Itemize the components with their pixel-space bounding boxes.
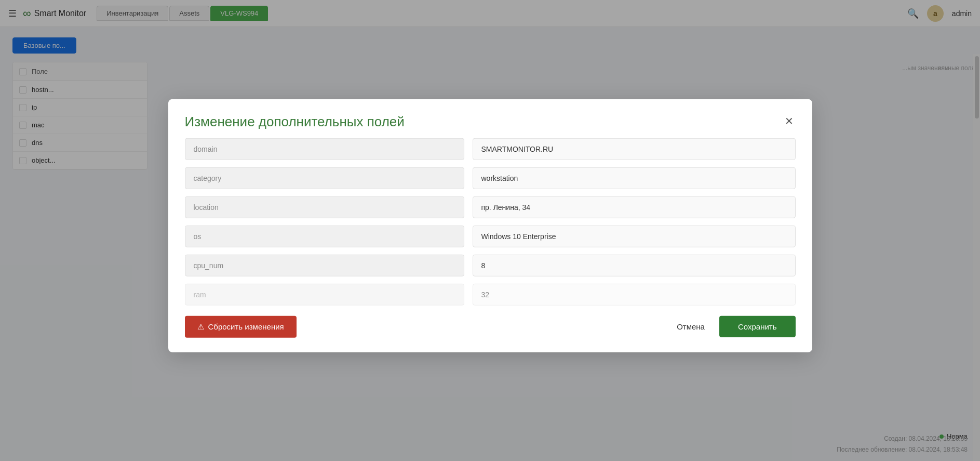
footer-right-buttons: Отмена Сохранить [666,316,795,337]
field-label-cpu-num: cpu_num [185,254,464,276]
save-button[interactable]: Сохранить [719,316,796,337]
modal-footer: ⚠ Сбросить изменения Отмена Сохранить [168,305,812,352]
modal-title: Изменение дополнительных полей [185,113,405,129]
field-row-cpu-num: cpu_num [185,254,796,276]
modal-close-button[interactable]: ✕ [783,113,796,128]
field-label-domain: domain [185,138,464,160]
modal-body: domain category location os cpu_num ram [168,138,812,305]
field-row-ram: ram [185,283,796,305]
field-input-category[interactable] [473,167,796,189]
field-row-category: category [185,167,796,189]
field-label-os: os [185,225,464,247]
field-label-category: category [185,167,464,189]
cancel-button[interactable]: Отмена [666,316,715,337]
field-input-cpu-num[interactable] [473,254,796,276]
field-input-location[interactable] [473,196,796,218]
field-label-location: location [185,196,464,218]
field-row-domain: domain [185,138,796,160]
field-input-os[interactable] [473,225,796,247]
field-input-ram[interactable] [473,283,796,305]
modal-header: Изменение дополнительных полей ✕ [168,99,812,138]
reset-button-label: Сбросить изменения [208,322,284,331]
field-input-domain[interactable] [473,138,796,160]
field-label-ram: ram [185,283,464,305]
field-row-os: os [185,225,796,247]
reset-button[interactable]: ⚠ Сбросить изменения [185,315,297,337]
field-row-location: location [185,196,796,218]
modal-edit-fields: Изменение дополнительных полей ✕ domain … [168,99,812,352]
warning-icon: ⚠ [197,322,204,331]
